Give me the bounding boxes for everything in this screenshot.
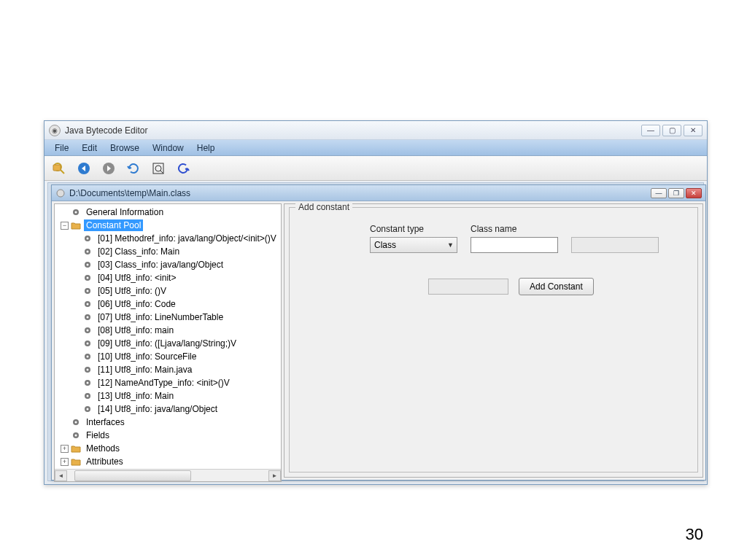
gear-icon [82,286,93,296]
reload-icon[interactable] [173,159,193,178]
secondary-input-disabled [571,237,659,253]
add-constant-group: Add constant Constant type Class name Cl… [289,207,698,472]
menu-file[interactable]: File [49,141,74,155]
svg-point-5 [57,190,64,197]
doc-close-button[interactable]: ✕ [686,188,702,198]
menu-help[interactable]: Help [191,141,221,155]
gear-icon [71,417,81,427]
svg-point-35 [87,408,89,411]
tree-node[interactable]: [12] NameAndType_info: <init>()V [55,376,281,389]
gear-icon [82,312,93,322]
svg-rect-0 [53,165,61,171]
tree-node[interactable]: General Information [55,206,281,219]
document-titlebar[interactable]: D:\Documents\temp\Main.class — ❐ ✕ [52,185,705,201]
tree-node-label: [01] Methodref_info: java/lang/Object/<i… [96,233,279,244]
window-controls: — ▢ ✕ [641,125,703,136]
gear-icon [82,299,93,309]
tree-node-label: [06] Utf8_info: Code [96,298,178,310]
svg-point-31 [87,382,89,384]
menu-window[interactable]: Window [147,141,190,155]
tree-node[interactable]: [14] Utf8_info: java/lang/Object [55,402,281,416]
constant-type-combo[interactable]: Class ▼ [370,237,457,253]
tree-node-label: Interfaces [84,416,127,428]
inspect-icon[interactable] [148,159,169,178]
label-constant-type: Constant type [370,224,457,234]
minimize-button[interactable]: — [641,125,660,136]
svg-point-25 [87,343,89,345]
form-inputs-row: Class ▼ [370,237,659,253]
scroll-thumb[interactable] [74,470,191,481]
tree-node[interactable]: [06] Utf8_info: Code [55,298,281,311]
tree-node[interactable]: +Methods [55,442,281,455]
menu-browse[interactable]: Browse [104,141,145,155]
tree-node[interactable]: Interfaces [55,416,281,429]
scroll-left-button[interactable]: ◄ [55,470,67,481]
titlebar[interactable]: ◉ Java Bytecode Editor — ▢ ✕ [44,121,707,140]
folder-icon [71,443,81,454]
tree-node-label: [10] Utf8_info: SourceFile [96,351,198,362]
back-icon[interactable] [74,159,94,178]
svg-point-13 [87,264,89,266]
tree-node-label: [09] Utf8_info: ([Ljava/lang/String;)V [96,338,239,349]
close-button[interactable]: ✕ [684,125,703,136]
tree-node[interactable]: [04] Utf8_info: <init> [55,271,281,284]
tree-node[interactable]: [05] Utf8_info: ()V [55,284,281,298]
tree-viewport[interactable]: General Information−Constant Pool[01] Me… [55,204,281,469]
folder-icon [71,456,81,467]
tree-node-label: [04] Utf8_info: <init> [96,272,178,284]
svg-point-15 [87,277,89,279]
expand-icon[interactable]: + [61,445,69,453]
svg-point-29 [87,369,89,371]
svg-point-23 [87,330,89,332]
aux-input-disabled [428,279,508,295]
tree-node[interactable]: [07] Utf8_info: LineNumberTable [55,311,281,324]
scroll-track[interactable] [67,470,268,481]
open-icon[interactable] [49,159,69,178]
document-window: D:\Documents\temp\Main.class — ❐ ✕ Gener… [51,184,706,481]
tree-node[interactable]: [11] Utf8_info: Main.java [55,363,281,376]
gear-icon [82,351,93,362]
tree-node-label: [12] NameAndType_info: <init>()V [96,377,232,389]
chevron-down-icon: ▼ [447,241,454,249]
gear-icon [71,430,81,440]
svg-point-37 [75,421,77,424]
svg-point-11 [87,251,89,253]
svg-point-27 [87,356,89,358]
app-title: Java Bytecode Editor [65,125,641,136]
tree-node[interactable]: [10] Utf8_info: SourceFile [55,350,281,363]
tree-node-label: General Information [84,206,166,218]
maximize-button[interactable]: ▢ [662,125,681,136]
tree-node[interactable]: [08] Utf8_info: main [55,324,281,337]
forward-icon[interactable] [98,159,119,178]
gear-icon [82,233,93,244]
tree-node-label: [07] Utf8_info: LineNumberTable [96,311,225,323]
expand-icon[interactable]: + [61,458,69,466]
tree-node[interactable]: [02] Class_info: Main [55,245,281,258]
doc-restore-button[interactable]: ❐ [668,188,684,198]
horizontal-scrollbar[interactable]: ◄ ► [55,469,281,481]
gear-icon [82,404,93,414]
scroll-right-button[interactable]: ► [268,470,281,481]
gear-icon [82,338,93,349]
tree-node[interactable]: +Attributes [55,455,281,468]
app-icon: ◉ [49,125,61,136]
tree-node[interactable]: [03] Class_info: java/lang/Object [55,258,281,271]
class-name-input[interactable] [471,237,558,253]
label-class-name: Class name [471,224,558,234]
tree-node[interactable]: [01] Methodref_info: java/lang/Object/<i… [55,232,281,245]
tree-node[interactable]: [13] Utf8_info: Main [55,389,281,402]
svg-point-7 [75,211,77,214]
collapse-icon[interactable]: − [61,222,69,230]
doc-minimize-button[interactable]: — [651,188,667,198]
tree-node-label: Fields [84,429,112,441]
svg-point-4 [155,166,161,171]
tree-node[interactable]: [09] Utf8_info: ([Ljava/lang/String;)V [55,337,281,350]
tree-node[interactable]: Fields [55,429,281,442]
document-icon [55,188,66,198]
gear-icon [82,365,93,375]
tree-node[interactable]: −Constant Pool [55,219,281,232]
add-constant-button[interactable]: Add Constant [519,278,594,295]
gear-icon [82,378,93,388]
refresh-icon[interactable] [123,159,144,178]
menu-edit[interactable]: Edit [76,141,103,155]
